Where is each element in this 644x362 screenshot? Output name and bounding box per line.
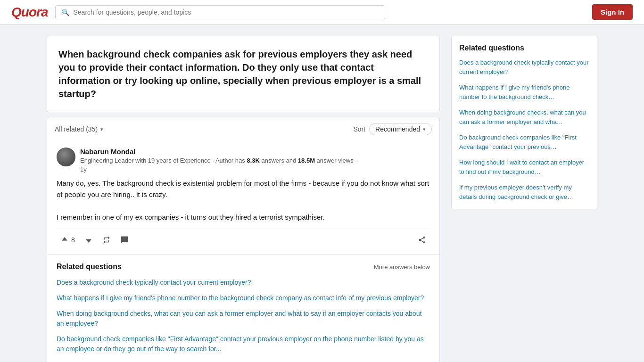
related-link-2[interactable]: What happens if I give my friend's phone… (57, 293, 430, 303)
signin-button[interactable]: Sign In (592, 4, 633, 20)
answer-paragraph-1: Many do, yes. The background check is ex… (57, 178, 430, 200)
sidebar-card: Related questions Does a background chec… (451, 36, 597, 209)
answer-body: Many do, yes. The background check is ex… (57, 178, 430, 223)
author-name[interactable]: Nabarun Mondal (80, 148, 430, 156)
answer-card: Nabarun Mondal Engineering Leader with 1… (47, 140, 440, 255)
sort-bar: All related (35) ▾ Sort Recommended ▾ (47, 118, 440, 140)
author-views: 18.5M (298, 157, 315, 164)
chevron-down-icon-sort: ▾ (423, 126, 426, 132)
upvote-icon (60, 236, 69, 244)
question-card: When background check companies ask for … (47, 36, 440, 112)
all-related-label: All related (35) (55, 125, 98, 133)
sidebar-link-6[interactable]: If my previous employer doesn't verify m… (459, 183, 589, 201)
author-info: Nabarun Mondal Engineering Leader with 1… (80, 148, 430, 173)
more-answers-label: More answers below (374, 263, 430, 271)
sidebar-column: Related questions Does a background chec… (451, 36, 597, 362)
upvote-count: 8 (71, 236, 75, 244)
downvote-icon (84, 236, 93, 244)
all-related-button[interactable]: All related (35) ▾ (55, 125, 103, 133)
related-link-1[interactable]: Does a background check typically contac… (57, 278, 430, 288)
share-icon (418, 236, 426, 244)
related-link-3[interactable]: When doing background checks, what can y… (57, 309, 430, 329)
page-content: When background check companies ask for … (39, 25, 605, 362)
chevron-down-icon: ▾ (100, 126, 103, 132)
action-bar: 8 (57, 229, 430, 247)
header: Quora 🔍 Sign In (0, 0, 644, 25)
sidebar-related-title: Related questions (459, 44, 589, 52)
repost-button[interactable] (99, 233, 115, 247)
downvote-button[interactable] (81, 233, 97, 247)
answer-author: Nabarun Mondal Engineering Leader with 1… (57, 148, 430, 173)
author-answers: 8.3K (247, 157, 259, 164)
sidebar-link-2[interactable]: What happens if I give my friend's phone… (459, 83, 589, 101)
answer-time: 1y (80, 166, 430, 173)
question-title: When background check companies ask for … (58, 48, 428, 100)
sort-label: Sort (353, 125, 365, 133)
logo[interactable]: Quora (11, 5, 48, 20)
related-questions-title: Related questions (57, 263, 122, 271)
repost-icon (102, 236, 111, 244)
author-bio: Engineering Leader with 19 years of Expe… (80, 156, 430, 165)
search-input[interactable] (73, 8, 379, 16)
sort-dropdown[interactable]: Recommended ▾ (369, 123, 432, 135)
comment-button[interactable] (116, 233, 132, 247)
sort-section: Sort Recommended ▾ (353, 123, 432, 135)
sidebar-link-3[interactable]: When doing background checks, what can y… (459, 108, 589, 126)
related-header: Related questions More answers below (57, 263, 430, 271)
sidebar-link-1[interactable]: Does a background check typically contac… (459, 58, 589, 76)
avatar (57, 148, 75, 166)
search-bar: 🔍 (55, 5, 385, 19)
sidebar-link-5[interactable]: How long should I wait to contact an emp… (459, 158, 589, 176)
sidebar-link-4[interactable]: Do background check companies like "Firs… (459, 133, 589, 151)
upvote-button[interactable]: 8 (57, 233, 79, 247)
answer-paragraph-2: I remember in one of my ex companies - i… (57, 212, 430, 223)
search-icon: 🔍 (61, 8, 69, 16)
related-link-4[interactable]: Do background check companies like "Firs… (57, 334, 430, 354)
share-button[interactable] (414, 233, 430, 247)
comment-icon (120, 236, 129, 244)
main-column: When background check companies ask for … (47, 36, 440, 362)
sort-value: Recommended (375, 125, 420, 133)
related-questions-card: Related questions More answers below Doe… (47, 255, 440, 362)
